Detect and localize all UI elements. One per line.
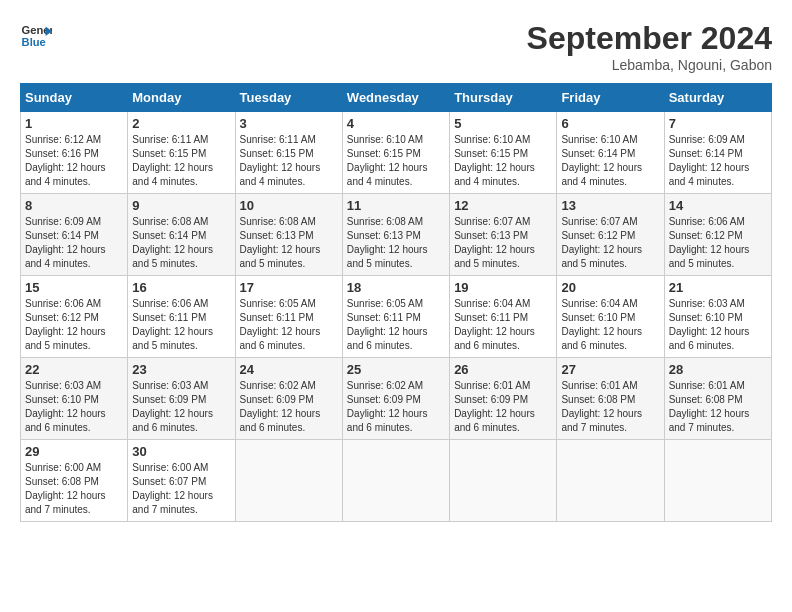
day-number: 7	[669, 116, 767, 131]
logo-icon: General Blue	[20, 20, 52, 52]
sunrise-time: Sunrise: 6:04 AM	[454, 298, 530, 309]
daylight-hours: Daylight: 12 hours and 4 minutes.	[454, 162, 535, 187]
sunset-time: Sunset: 6:14 PM	[669, 148, 743, 159]
sunset-time: Sunset: 6:12 PM	[669, 230, 743, 241]
sunrise-time: Sunrise: 6:08 AM	[132, 216, 208, 227]
sunset-time: Sunset: 6:14 PM	[25, 230, 99, 241]
daylight-hours: Daylight: 12 hours and 5 minutes.	[561, 244, 642, 269]
daylight-hours: Daylight: 12 hours and 5 minutes.	[25, 326, 106, 351]
day-number: 2	[132, 116, 230, 131]
sunrise-time: Sunrise: 6:03 AM	[132, 380, 208, 391]
table-row: 30 Sunrise: 6:00 AM Sunset: 6:07 PM Dayl…	[128, 440, 235, 522]
table-row: 10 Sunrise: 6:08 AM Sunset: 6:13 PM Dayl…	[235, 194, 342, 276]
table-row: 3 Sunrise: 6:11 AM Sunset: 6:15 PM Dayli…	[235, 112, 342, 194]
daylight-hours: Daylight: 12 hours and 5 minutes.	[240, 244, 321, 269]
header-sunday: Sunday	[21, 84, 128, 112]
sunset-time: Sunset: 6:15 PM	[347, 148, 421, 159]
sunset-time: Sunset: 6:15 PM	[454, 148, 528, 159]
day-info: Sunrise: 6:02 AM Sunset: 6:09 PM Dayligh…	[347, 379, 445, 435]
table-row	[557, 440, 664, 522]
table-row: 27 Sunrise: 6:01 AM Sunset: 6:08 PM Dayl…	[557, 358, 664, 440]
calendar-table: Sunday Monday Tuesday Wednesday Thursday…	[20, 83, 772, 522]
day-info: Sunrise: 6:09 AM Sunset: 6:14 PM Dayligh…	[669, 133, 767, 189]
day-number: 16	[132, 280, 230, 295]
daylight-hours: Daylight: 12 hours and 7 minutes.	[132, 490, 213, 515]
table-row: 15 Sunrise: 6:06 AM Sunset: 6:12 PM Dayl…	[21, 276, 128, 358]
table-row: 7 Sunrise: 6:09 AM Sunset: 6:14 PM Dayli…	[664, 112, 771, 194]
day-info: Sunrise: 6:08 AM Sunset: 6:14 PM Dayligh…	[132, 215, 230, 271]
sunset-time: Sunset: 6:09 PM	[347, 394, 421, 405]
day-info: Sunrise: 6:03 AM Sunset: 6:10 PM Dayligh…	[669, 297, 767, 353]
day-info: Sunrise: 6:08 AM Sunset: 6:13 PM Dayligh…	[347, 215, 445, 271]
sunrise-time: Sunrise: 6:02 AM	[240, 380, 316, 391]
day-info: Sunrise: 6:11 AM Sunset: 6:15 PM Dayligh…	[240, 133, 338, 189]
sunset-time: Sunset: 6:11 PM	[240, 312, 314, 323]
daylight-hours: Daylight: 12 hours and 6 minutes.	[454, 408, 535, 433]
daylight-hours: Daylight: 12 hours and 4 minutes.	[347, 162, 428, 187]
sunset-time: Sunset: 6:11 PM	[454, 312, 528, 323]
table-row: 16 Sunrise: 6:06 AM Sunset: 6:11 PM Dayl…	[128, 276, 235, 358]
daylight-hours: Daylight: 12 hours and 7 minutes.	[561, 408, 642, 433]
day-number: 3	[240, 116, 338, 131]
day-info: Sunrise: 6:06 AM Sunset: 6:12 PM Dayligh…	[669, 215, 767, 271]
sunrise-time: Sunrise: 6:00 AM	[25, 462, 101, 473]
calendar-week-row: 29 Sunrise: 6:00 AM Sunset: 6:08 PM Dayl…	[21, 440, 772, 522]
day-info: Sunrise: 6:08 AM Sunset: 6:13 PM Dayligh…	[240, 215, 338, 271]
day-number: 4	[347, 116, 445, 131]
sunset-time: Sunset: 6:09 PM	[454, 394, 528, 405]
daylight-hours: Daylight: 12 hours and 6 minutes.	[240, 326, 321, 351]
sunset-time: Sunset: 6:11 PM	[347, 312, 421, 323]
page-header: General Blue September 2024 Lebamba, Ngo…	[20, 20, 772, 73]
day-info: Sunrise: 6:04 AM Sunset: 6:11 PM Dayligh…	[454, 297, 552, 353]
day-number: 21	[669, 280, 767, 295]
sunset-time: Sunset: 6:10 PM	[669, 312, 743, 323]
sunset-time: Sunset: 6:10 PM	[561, 312, 635, 323]
sunset-time: Sunset: 6:07 PM	[132, 476, 206, 487]
day-info: Sunrise: 6:10 AM Sunset: 6:15 PM Dayligh…	[347, 133, 445, 189]
header-friday: Friday	[557, 84, 664, 112]
sunset-time: Sunset: 6:08 PM	[669, 394, 743, 405]
calendar-week-row: 1 Sunrise: 6:12 AM Sunset: 6:16 PM Dayli…	[21, 112, 772, 194]
sunrise-time: Sunrise: 6:04 AM	[561, 298, 637, 309]
day-number: 23	[132, 362, 230, 377]
day-info: Sunrise: 6:05 AM Sunset: 6:11 PM Dayligh…	[347, 297, 445, 353]
day-number: 27	[561, 362, 659, 377]
sunrise-time: Sunrise: 6:03 AM	[669, 298, 745, 309]
header-thursday: Thursday	[450, 84, 557, 112]
sunset-time: Sunset: 6:15 PM	[132, 148, 206, 159]
sunset-time: Sunset: 6:13 PM	[347, 230, 421, 241]
day-number: 12	[454, 198, 552, 213]
day-number: 25	[347, 362, 445, 377]
table-row	[342, 440, 449, 522]
header-saturday: Saturday	[664, 84, 771, 112]
sunrise-time: Sunrise: 6:10 AM	[454, 134, 530, 145]
day-number: 11	[347, 198, 445, 213]
sunrise-time: Sunrise: 6:08 AM	[240, 216, 316, 227]
sunrise-time: Sunrise: 6:10 AM	[347, 134, 423, 145]
sunrise-time: Sunrise: 6:09 AM	[25, 216, 101, 227]
day-info: Sunrise: 6:12 AM Sunset: 6:16 PM Dayligh…	[25, 133, 123, 189]
calendar-week-row: 15 Sunrise: 6:06 AM Sunset: 6:12 PM Dayl…	[21, 276, 772, 358]
sunrise-time: Sunrise: 6:03 AM	[25, 380, 101, 391]
sunrise-time: Sunrise: 6:07 AM	[561, 216, 637, 227]
sunrise-time: Sunrise: 6:02 AM	[347, 380, 423, 391]
daylight-hours: Daylight: 12 hours and 6 minutes.	[454, 326, 535, 351]
table-row: 1 Sunrise: 6:12 AM Sunset: 6:16 PM Dayli…	[21, 112, 128, 194]
day-number: 17	[240, 280, 338, 295]
sunset-time: Sunset: 6:08 PM	[561, 394, 635, 405]
day-number: 18	[347, 280, 445, 295]
day-info: Sunrise: 6:06 AM Sunset: 6:11 PM Dayligh…	[132, 297, 230, 353]
day-number: 6	[561, 116, 659, 131]
table-row: 11 Sunrise: 6:08 AM Sunset: 6:13 PM Dayl…	[342, 194, 449, 276]
sunrise-time: Sunrise: 6:08 AM	[347, 216, 423, 227]
sunrise-time: Sunrise: 6:11 AM	[132, 134, 208, 145]
day-info: Sunrise: 6:01 AM Sunset: 6:08 PM Dayligh…	[669, 379, 767, 435]
day-number: 8	[25, 198, 123, 213]
daylight-hours: Daylight: 12 hours and 6 minutes.	[561, 326, 642, 351]
table-row: 26 Sunrise: 6:01 AM Sunset: 6:09 PM Dayl…	[450, 358, 557, 440]
day-number: 10	[240, 198, 338, 213]
table-row: 24 Sunrise: 6:02 AM Sunset: 6:09 PM Dayl…	[235, 358, 342, 440]
sunrise-time: Sunrise: 6:12 AM	[25, 134, 101, 145]
sunset-time: Sunset: 6:10 PM	[25, 394, 99, 405]
table-row: 20 Sunrise: 6:04 AM Sunset: 6:10 PM Dayl…	[557, 276, 664, 358]
